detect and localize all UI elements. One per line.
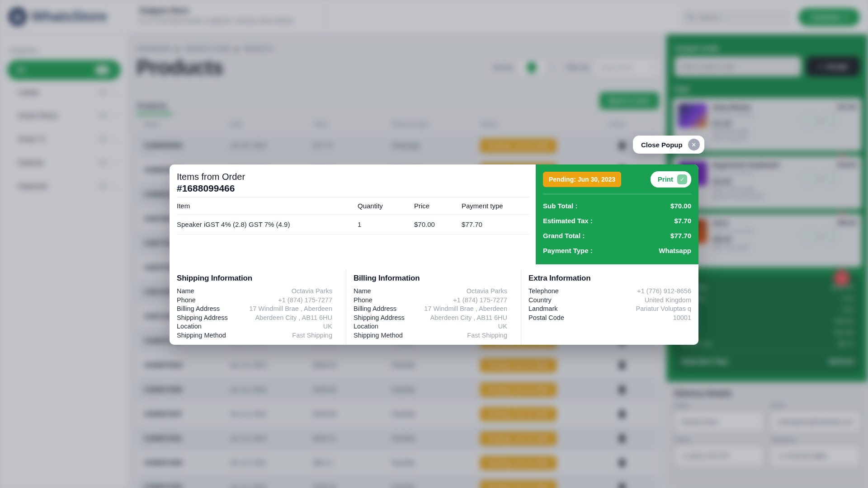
clipboard-check-icon: ✓	[677, 174, 687, 184]
info-label: Phone	[177, 296, 196, 305]
info-value: Pariatur Voluptas q	[636, 305, 691, 314]
summary-row: Payment Type :Whatsapp	[543, 243, 691, 258]
close-popup-label: Close Popup	[641, 141, 683, 149]
info-value: UK	[498, 322, 507, 331]
info-value: United Kingdom	[645, 296, 691, 305]
info-row: Shipping AddressAberdeen City , AB11 6HU	[177, 314, 332, 323]
info-label: Location	[354, 322, 378, 331]
order-items-table-body: Speaker iGST 4% (2.8) GST 7% (4.9)1$70.0…	[177, 215, 529, 235]
summary-value: $77.70	[670, 232, 691, 239]
info-label: Location	[177, 322, 202, 331]
modal-column-header: Quantity	[358, 202, 414, 210]
modal-column-header: Item	[177, 202, 358, 210]
print-button[interactable]: Print ✓	[651, 171, 691, 188]
item-name-cell: Speaker iGST 4% (2.8) GST 7% (4.9)	[177, 221, 358, 228]
summary-row: Grand Total :$77.70	[543, 228, 691, 243]
summary-row: Sub Total :$70.00	[543, 198, 691, 213]
info-label: Name	[177, 287, 194, 296]
order-items-modal: Items from Order #1688099466 ItemQuantit…	[170, 164, 698, 345]
info-label: Billing Address	[177, 305, 220, 314]
info-section: Extra InformationTelephone+1 (776) 912-8…	[521, 269, 698, 345]
order-items-table: ItemQuantityPricePayment type Speaker iG…	[177, 197, 529, 235]
order-summary-panel: Pending: Jun 30, 2023 Print ✓ Sub Total …	[536, 164, 698, 264]
info-section-title: Shipping Information	[177, 274, 332, 283]
info-value: 17 Windmill Brae , Aberdeen	[424, 305, 507, 314]
info-section-title: Billing Information	[354, 274, 507, 283]
info-label: Billing Address	[354, 305, 396, 314]
info-label: Phone	[354, 296, 373, 305]
info-row: NameOctavia Parks	[177, 287, 332, 296]
info-row: Billing Address17 Windmill Brae , Aberde…	[354, 305, 507, 314]
info-value: 10001	[673, 314, 691, 323]
info-row: LandmarkPariatur Voluptas q	[528, 305, 691, 314]
info-section: Billing InformationNameOctavia ParksPhon…	[346, 269, 521, 345]
summary-value: Whatsapp	[659, 247, 691, 254]
modal-item-row: Speaker iGST 4% (2.8) GST 7% (4.9)1$70.0…	[177, 215, 529, 235]
info-value: +1 (874) 175-7277	[278, 296, 332, 305]
price-cell: $70.00	[414, 221, 462, 228]
modal-column-header: Price	[414, 202, 462, 210]
info-row: Postal Code10001	[528, 314, 691, 323]
summary-label: Estimated Tax :	[543, 217, 593, 225]
info-row: Telephone+1 (776) 912-8656	[528, 287, 691, 296]
info-label: Shipping Method	[177, 331, 226, 340]
info-value: Fast Shipping	[467, 331, 507, 340]
order-items-table-header: ItemQuantityPricePayment type	[177, 197, 529, 215]
summary-label: Sub Total :	[543, 202, 577, 210]
info-value: Aberdeen City , AB11 6HU	[255, 314, 332, 323]
info-label: Country	[528, 296, 552, 305]
info-value: Octavia Parks	[467, 287, 507, 296]
summary-value: $70.00	[670, 202, 691, 210]
info-row: CountryUnited Kingdom	[528, 296, 691, 305]
info-row: Phone+1 (874) 175-7277	[354, 296, 507, 305]
quantity-cell: 1	[358, 221, 414, 228]
info-value: +1 (776) 912-8656	[637, 287, 691, 296]
payment-type-cell: $77.70	[462, 221, 529, 228]
close-popup-button[interactable]: Close Popup ✕	[633, 136, 704, 154]
info-row: Shipping MethodFast Shipping	[177, 331, 332, 340]
info-value: Octavia Parks	[292, 287, 332, 296]
order-status-badge: Pending: Jun 30, 2023	[543, 172, 621, 187]
info-label: Telephone	[528, 287, 559, 296]
info-value: +1 (874) 175-7277	[453, 296, 507, 305]
info-row: NameOctavia Parks	[354, 287, 507, 296]
info-row: Phone+1 (874) 175-7277	[177, 296, 332, 305]
summary-label: Grand Total :	[543, 232, 585, 239]
info-label: Postal Code	[528, 314, 564, 323]
info-value: Aberdeen City , AB11 6HU	[430, 314, 507, 323]
info-row: Billing Address17 Windmill Brae , Aberde…	[177, 305, 332, 314]
info-value: UK	[323, 322, 332, 331]
info-row: LocationUK	[177, 322, 332, 331]
info-label: Landmark	[528, 305, 557, 314]
info-section-title: Extra Information	[528, 274, 691, 283]
info-value: 17 Windmill Brae , Aberdeen	[249, 305, 332, 314]
info-label: Shipping Method	[354, 331, 403, 340]
info-label: Shipping Address	[177, 314, 228, 323]
info-label: Name	[354, 287, 371, 296]
info-row: Shipping AddressAberdeen City , AB11 6HU	[354, 314, 507, 323]
info-label: Shipping Address	[354, 314, 405, 323]
print-button-label: Print	[658, 175, 673, 183]
summary-value: $7.70	[674, 217, 691, 225]
close-icon: ✕	[688, 139, 700, 150]
info-row: Shipping MethodFast Shipping	[354, 331, 507, 340]
modal-column-header: Payment type	[462, 202, 529, 210]
summary-row: Estimated Tax :$7.70	[543, 213, 691, 228]
info-row: LocationUK	[354, 322, 507, 331]
order-summary-rows: Sub Total :$70.00Estimated Tax :$7.70Gra…	[543, 194, 691, 258]
info-section: Shipping InformationNameOctavia ParksPho…	[170, 269, 346, 345]
info-value: Fast Shipping	[292, 331, 332, 340]
summary-label: Payment Type :	[543, 247, 593, 254]
order-info-sections: Shipping InformationNameOctavia ParksPho…	[170, 269, 698, 345]
